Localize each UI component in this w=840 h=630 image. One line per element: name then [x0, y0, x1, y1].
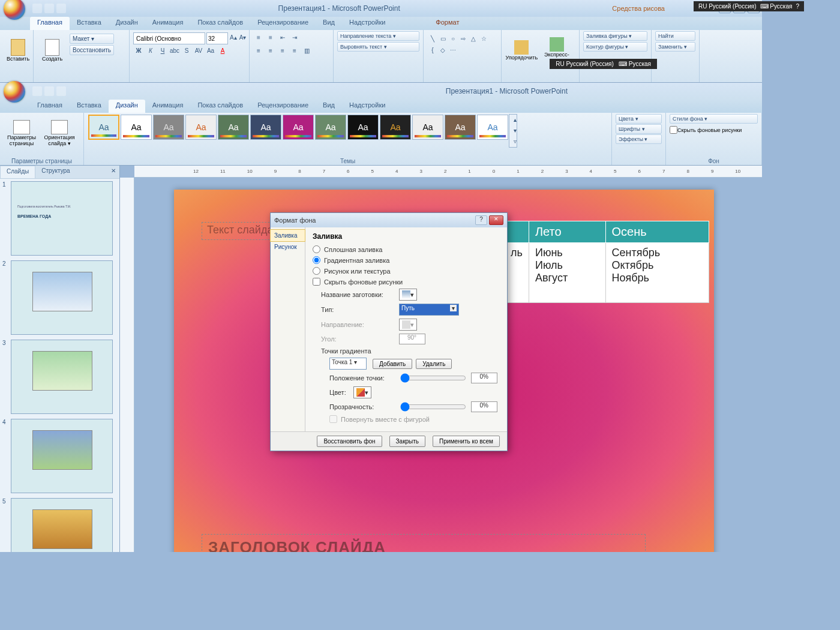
theme-thumb-13[interactable]: Aa — [477, 115, 508, 140]
tab-format-1[interactable]: Формат — [428, 17, 466, 30]
bullets-icon[interactable]: ≡ — [253, 32, 264, 43]
th-autumn[interactable]: Осень — [605, 221, 709, 243]
radio-picture[interactable] — [313, 267, 320, 275]
qat-redo-2[interactable] — [56, 86, 66, 96]
position-spinner[interactable]: 0% — [471, 373, 497, 383]
shape-arrow-icon[interactable]: ⇨ — [458, 34, 469, 44]
office-button-2[interactable] — [4, 81, 25, 103]
tab-insert-1[interactable]: Вставка — [70, 17, 109, 30]
dialog-close-icon[interactable]: ✕ — [489, 215, 503, 225]
thumb-1[interactable]: Подготовила воспитатель Рыкова Т.М. ВРЕМ… — [11, 181, 113, 256]
td-summer[interactable]: Июнь Июль Август — [529, 243, 605, 303]
themes-scroll-up-icon[interactable]: ▴ — [509, 115, 520, 125]
tab-animation-1[interactable]: Анимация — [145, 17, 191, 30]
theme-thumb-1[interactable]: Aa — [88, 115, 119, 140]
tab-slideshow-2[interactable]: Показ слайдов — [190, 100, 250, 113]
tab-slideshow-1[interactable]: Показ слайдов — [190, 17, 250, 30]
case-icon[interactable]: Aa — [205, 46, 216, 56]
position-slider[interactable] — [400, 373, 466, 383]
new-slide-button[interactable]: Создать — [37, 31, 67, 70]
theme-thumb-12[interactable]: Aa — [445, 115, 476, 140]
shape-outline-button[interactable]: Контур фигуры ▾ — [583, 42, 647, 52]
thumb-row-4[interactable]: 4 — [2, 419, 117, 493]
radio-gradient[interactable] — [313, 256, 320, 264]
tab-animation-2[interactable]: Анимация — [145, 100, 191, 113]
tab-review-1[interactable]: Рецензирование — [250, 17, 316, 30]
thumb-3[interactable] — [11, 340, 113, 414]
stop-combo[interactable]: Точка 1 ▾ — [329, 358, 367, 370]
tab-design-2[interactable]: Дизайн — [109, 100, 145, 113]
replace-button[interactable]: Заменить ▾ — [655, 42, 695, 52]
grow-font-icon[interactable]: A▴ — [229, 32, 238, 43]
shape-brace-icon[interactable]: { — [427, 45, 438, 56]
theme-thumb-4[interactable]: Aa — [185, 115, 217, 140]
align-text-button[interactable]: Выровнять текст ▾ — [337, 42, 419, 52]
tab-insert-2[interactable]: Вставка — [70, 100, 109, 113]
tab-view-2[interactable]: Вид — [316, 100, 342, 113]
tab-review-2[interactable]: Рецензирование — [250, 100, 316, 113]
shape-line-icon[interactable]: ╲ — [427, 34, 438, 44]
underline-icon[interactable]: Ч — [157, 46, 168, 56]
indent-inc-icon[interactable]: ⇥ — [289, 32, 300, 43]
tab-addins-2[interactable]: Надстройки — [342, 100, 392, 113]
thumb-row-5[interactable]: 5 — [2, 498, 117, 552]
thumb-4[interactable] — [11, 419, 113, 493]
arrange-button[interactable]: Упорядочить — [505, 31, 538, 70]
justify-icon[interactable]: ≡ — [289, 46, 300, 56]
page-setup-button[interactable]: Параметры страницы — [4, 114, 40, 152]
dialog-help-icon[interactable]: ? — [475, 215, 487, 225]
reset-button[interactable]: Восстановить — [70, 45, 114, 55]
shapes-gallery[interactable]: ╲ ▭ ○ ⇨ △ ☆ { ◇ ⋯ — [427, 34, 497, 56]
tab-home-2[interactable]: Главная — [30, 100, 70, 113]
preset-dropdown[interactable]: ▾ — [399, 289, 417, 301]
chk-hide-bg[interactable] — [313, 278, 320, 286]
qat-redo-1[interactable] — [56, 4, 66, 13]
numbering-icon[interactable]: ≡ — [265, 32, 276, 43]
thumb-row-2[interactable]: 2 — [2, 260, 117, 335]
close-dialog-button[interactable]: Закрыть — [389, 436, 426, 447]
theme-thumb-5[interactable]: Aa — [218, 115, 249, 140]
tab-addins-1[interactable]: Надстройки — [342, 17, 392, 30]
theme-thumb-8[interactable]: Aa — [315, 115, 346, 140]
side-tab-slides[interactable]: Слайды — [0, 166, 35, 178]
theme-effects-button[interactable]: Эффекты ▾ — [616, 134, 662, 144]
theme-thumb-9[interactable]: Aa — [347, 115, 379, 140]
qat-undo-1[interactable] — [44, 4, 54, 13]
radio-solid[interactable] — [313, 245, 320, 253]
hide-bg-check-row[interactable]: Скрыть фоновые рисунки — [670, 126, 758, 134]
bg-styles-button[interactable]: Стили фона ▾ — [670, 114, 758, 124]
strike-icon[interactable]: abc — [169, 46, 180, 56]
theme-thumb-10[interactable]: Aa — [380, 115, 411, 140]
theme-thumb-2[interactable]: Aa — [121, 115, 152, 140]
italic-icon[interactable]: К — [145, 46, 156, 56]
theme-fonts-button[interactable]: Шрифты ▾ — [616, 124, 662, 134]
tab-view-1[interactable]: Вид — [316, 17, 342, 30]
thumbs-list[interactable]: 1 Подготовила воспитатель Рыкова Т.М. ВР… — [0, 179, 119, 552]
qat-undo-2[interactable] — [44, 86, 54, 96]
td-autumn[interactable]: Сентябрь Октябрь Ноябрь — [605, 243, 709, 303]
spacing-icon[interactable]: AV — [193, 46, 204, 56]
shape-oval-icon[interactable]: ○ — [448, 34, 458, 44]
font-color-icon[interactable]: A — [217, 46, 228, 56]
indent-dec-icon[interactable]: ⇤ — [277, 32, 288, 43]
shape-star-icon[interactable]: ☆ — [478, 34, 489, 44]
side-tab-outline[interactable]: Структура — [35, 166, 76, 178]
layout-button[interactable]: Макет ▾ — [70, 34, 114, 44]
align-left-icon[interactable]: ≡ — [253, 46, 264, 56]
remove-stop-button[interactable]: Удалить — [416, 359, 452, 369]
shrink-font-icon[interactable]: A▾ — [239, 32, 247, 43]
slide-orientation-button[interactable]: Ориентация слайда ▾ — [40, 114, 79, 152]
tab-home-1[interactable]: Главная — [30, 17, 70, 30]
themes-more-icon[interactable]: ▿ — [509, 136, 520, 147]
direction-dropdown[interactable]: ▾ — [399, 319, 417, 331]
theme-thumb-3[interactable]: Aa — [153, 115, 184, 140]
th-summer[interactable]: Лето — [529, 221, 605, 243]
align-right-icon[interactable]: ≡ — [277, 46, 288, 56]
side-close-icon[interactable]: ✕ — [107, 166, 119, 178]
shape-fill-button[interactable]: Заливка фигуры ▾ — [583, 31, 647, 41]
thumb-row-1[interactable]: 1 Подготовила воспитатель Рыкова Т.М. ВР… — [2, 181, 117, 256]
dlg-side-fill[interactable]: Заливка — [270, 229, 305, 242]
text-direction-button[interactable]: Направление текста ▾ — [337, 31, 419, 41]
thumb-5[interactable] — [11, 498, 113, 552]
theme-thumb-6[interactable]: Aa — [250, 115, 281, 140]
